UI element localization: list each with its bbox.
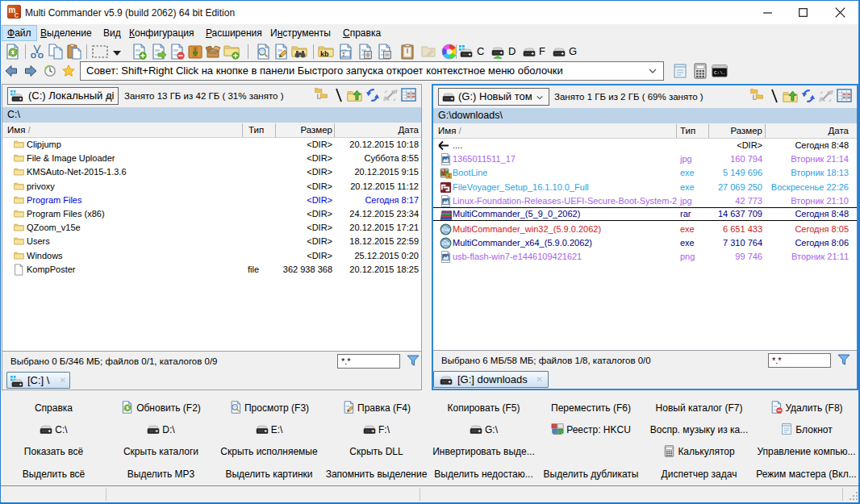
svg-text:c: c [15, 10, 19, 19]
